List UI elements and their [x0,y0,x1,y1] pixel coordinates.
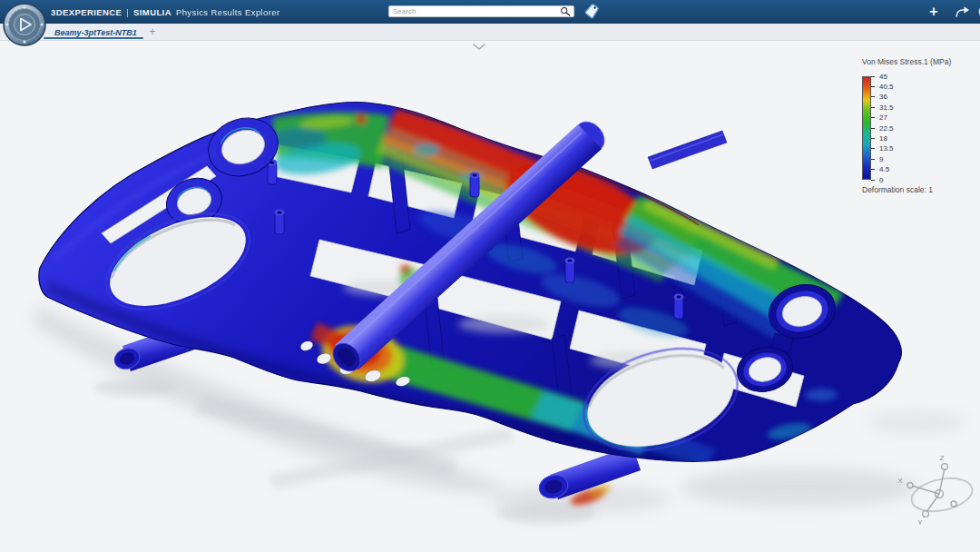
legend-colorbar [862,76,871,180]
app-window: 3DEXPERIENCE | SIMULIA Physics Results E… [0,0,980,552]
profile-icon[interactable] [971,0,980,24]
3d-viewport[interactable] [0,41,980,552]
app-title: Physics Results Explorer [176,7,280,17]
brand-3dexperience: 3DEXPERIENCE [51,7,122,17]
search-icon[interactable] [559,6,572,16]
add-tab-button[interactable]: + [146,25,159,38]
axis-x-label: X [897,477,903,485]
brand-line: 3DEXPERIENCE | SIMULIA Physics Results E… [51,0,280,24]
top-bar: 3DEXPERIENCE | SIMULIA Physics Results E… [0,0,980,24]
search-box[interactable] [388,5,574,17]
3dexperience-compass-icon[interactable] [3,3,46,46]
tag-icon[interactable] [583,3,601,21]
legend-title: Von Mises Stress.1 (MPa) [862,57,978,66]
view-axis-triad[interactable]: Z X Y [892,452,978,532]
search-input[interactable] [389,6,559,16]
brand-simulia: SIMULIA [133,7,172,17]
fea-model-render [0,41,980,552]
model-frame [39,102,902,468]
legend-tick-labels: 4540.53631.52722.51813.594.50 [879,76,916,180]
stress-legend: Von Mises Stress.1 (MPa) 4540.53631.5272… [862,57,978,194]
panel-collapse-chevron[interactable] [470,42,488,53]
deformation-scale-label: Deformation scale: 1 [862,185,978,194]
axis-y-label: Y [917,518,923,527]
tab-active-underline [44,37,143,40]
brand-separator: | [126,7,129,17]
tab-bar: Beamy-3ptTest-NTB1 + [0,24,980,41]
add-button[interactable]: + [920,0,947,24]
support-rod-rear-segment [648,131,727,169]
axis-z-label: Z [940,454,945,462]
